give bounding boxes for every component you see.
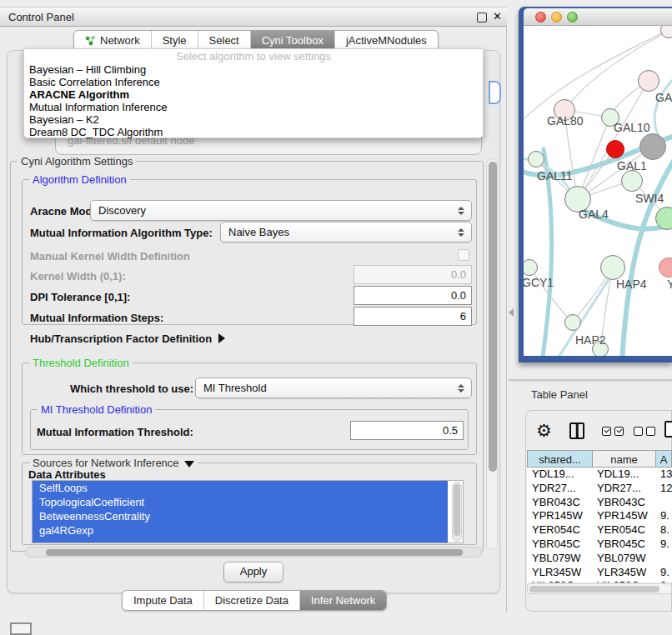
- node-label-Y-partial: Y: [667, 278, 672, 291]
- kernel-width-field[interactable]: 0.0: [354, 265, 472, 284]
- settings-gear-icon[interactable]: ⚙: [536, 421, 552, 441]
- algorithm-option[interactable]: Dream8 DC_TDC Algorithm: [24, 126, 483, 138]
- algorithm-option-selected[interactable]: ARACNE Algorithm: [24, 88, 483, 101]
- which-threshold-combo[interactable]: MI Threshold: [195, 378, 472, 398]
- node-label-HAP2: HAP2: [575, 333, 606, 347]
- algorithm-definition-legend: Algorithm Definition: [29, 173, 130, 186]
- attribute-item-selected[interactable]: gal4RGexp: [33, 523, 448, 538]
- deselect-all-checkbox-icon[interactable]: [646, 427, 655, 436]
- collapsed-arrow-icon[interactable]: [218, 333, 225, 343]
- mi-steps-field[interactable]: 6: [354, 307, 472, 326]
- network-canvas[interactable]: GAL GAL80 GAL10 GAL1 GAL11 SWI4 GAL4 GCY…: [524, 26, 672, 356]
- algorithm-option[interactable]: Bayesian – K2: [24, 113, 483, 126]
- table-hscrollbar-track[interactable]: [527, 583, 672, 594]
- tab-style[interactable]: Style: [152, 31, 198, 50]
- node-GAL1-red[interactable]: [606, 140, 624, 158]
- attribute-item-selected[interactable]: TopologicalCoefficient: [33, 495, 448, 509]
- select-all-checkbox-icon[interactable]: [602, 427, 611, 436]
- node-GAL11[interactable]: [528, 151, 544, 168]
- node-gray[interactable]: [639, 133, 666, 160]
- tab-cyni-toolbox[interactable]: Cyni Toolbox: [251, 31, 335, 50]
- node-label-GAL-partial: GAL: [655, 91, 672, 104]
- minimize-traffic-light[interactable]: [551, 12, 562, 22]
- table-header-row: shared... name A: [527, 450, 672, 468]
- manual-kernel-checkbox[interactable]: [458, 249, 469, 261]
- panel-divider: [509, 379, 672, 382]
- application-root: Control Panel ✕ Network Style Select Cyn…: [0, 0, 672, 635]
- node-HAP4[interactable]: [600, 255, 625, 280]
- table-row[interactable]: YLR345W YLR345W 9.: [527, 566, 672, 580]
- aracne-mode-combo[interactable]: Discovery: [90, 200, 472, 221]
- cyni-algorithm-settings-legend: Cyni Algorithm Settings: [18, 155, 136, 168]
- data-attributes-label: Data Attributes: [28, 468, 106, 481]
- node-SWI4[interactable]: [621, 170, 643, 192]
- bottom-tabstrip: Impute Data Discretize Data Infer Networ…: [122, 590, 387, 611]
- table-row[interactable]: YPR145W YPR145W 9.: [527, 509, 672, 523]
- column-header-partial[interactable]: A: [655, 450, 672, 468]
- dpi-tolerance-field[interactable]: 0.0: [354, 286, 472, 305]
- algorithm-option[interactable]: Bayesian – Hill Climbing: [24, 63, 483, 76]
- node-label-GAL1: GAL1: [617, 159, 647, 172]
- tab-jactivemnodules[interactable]: jActiveMNodules: [335, 31, 438, 50]
- table-row[interactable]: YIL052C YIL052C 9.: [527, 579, 672, 582]
- table-row[interactable]: YBR045C YBR045C 9.: [527, 538, 672, 552]
- column-header-shared-name[interactable]: shared...: [527, 450, 592, 468]
- node-GAL-partial[interactable]: [638, 70, 659, 92]
- settings-scrollbar-track[interactable]: [486, 158, 498, 550]
- attribute-item-partial[interactable]: [33, 538, 448, 543]
- inference-algorithm-combo-fragment[interactable]: [489, 81, 501, 104]
- attribute-item-selected[interactable]: BetweennessCentrality: [33, 509, 448, 523]
- node-HAP2[interactable]: [564, 314, 581, 331]
- control-panel-titlebar: Control Panel ✕: [0, 7, 507, 27]
- tab-impute-data[interactable]: Impute Data: [123, 591, 204, 610]
- node-label-SWI4: SWI4: [635, 192, 664, 205]
- column-layout-icon[interactable]: [569, 422, 584, 439]
- table-row[interactable]: YBL079W YBL079W: [527, 552, 672, 566]
- combo-stepper-icon: [458, 384, 464, 392]
- table-row[interactable]: YDR27... YDR27... 12: [527, 482, 672, 496]
- zoom-traffic-light[interactable]: [567, 12, 578, 22]
- sources-legend: Sources for Network Inference: [29, 457, 198, 469]
- algorithm-option[interactable]: Basic Correlation Inference: [24, 76, 483, 88]
- expanded-arrow-icon[interactable]: [184, 461, 194, 468]
- table-row[interactable]: YBR043C YBR043C: [527, 496, 672, 510]
- deselect-all-checkbox-icon[interactable]: [634, 427, 643, 436]
- data-attributes-list: SelfLoops TopologicalCoefficient Between…: [32, 480, 464, 543]
- combo-stepper-icon: [458, 228, 464, 237]
- attribute-item-selected[interactable]: SelfLoops: [33, 481, 448, 495]
- mi-threshold-field[interactable]: 0.5: [350, 421, 464, 440]
- table-hscrollbar-thumb[interactable]: [529, 586, 659, 592]
- close-icon[interactable]: ✕: [493, 10, 502, 22]
- network-window-titlebar[interactable]: [524, 8, 672, 26]
- column-header-name[interactable]: name: [592, 450, 655, 468]
- kernel-width-label: Kernel Width (0,1):: [30, 270, 126, 282]
- control-panel-title: Control Panel: [8, 11, 74, 23]
- attribute-list-scrollbar-thumb[interactable]: [454, 484, 460, 536]
- mi-algorithm-type-combo[interactable]: Naive Bayes: [220, 222, 472, 242]
- splitpane-collapse-arrow[interactable]: [509, 308, 514, 317]
- settings-hscrollbar-track[interactable]: [25, 547, 482, 558]
- table-row[interactable]: YER054C YER054C 8.: [527, 523, 672, 538]
- algorithm-select-popup: Select algorithm to view settings Bayesi…: [23, 48, 484, 138]
- table-row[interactable]: YDL19... YDL19... 13: [527, 468, 672, 482]
- table-body: YDL19... YDL19... 13 YDR27... YDR27... 1…: [527, 468, 672, 582]
- node-label-GAL11: GAL11: [537, 169, 573, 182]
- apply-button[interactable]: Apply: [223, 562, 283, 582]
- tab-infer-network[interactable]: Infer Network: [300, 591, 386, 610]
- floating-window-icon[interactable]: [10, 622, 32, 635]
- tab-select[interactable]: Select: [198, 31, 251, 50]
- document-icon[interactable]: [664, 421, 672, 438]
- settings-scrollbar-thumb[interactable]: [489, 162, 497, 472]
- tab-network-label: Network: [100, 31, 140, 50]
- node-bright-green[interactable]: [655, 207, 672, 230]
- attribute-list-scrollbar-track[interactable]: [452, 482, 462, 542]
- close-traffic-light[interactable]: [535, 12, 546, 22]
- settings-hscrollbar-thumb[interactable]: [46, 549, 463, 556]
- select-all-checkbox-icon[interactable]: [614, 427, 624, 436]
- node-label-GCY1: GCY1: [524, 276, 554, 289]
- algorithm-option[interactable]: Mutual Information Inference: [24, 101, 483, 113]
- tab-discretize-data[interactable]: Discretize Data: [204, 591, 300, 610]
- hub-definition-section[interactable]: Hub/Transcription Factor Definition: [30, 332, 225, 345]
- float-window-icon[interactable]: [477, 12, 487, 22]
- tab-network[interactable]: Network: [74, 31, 152, 50]
